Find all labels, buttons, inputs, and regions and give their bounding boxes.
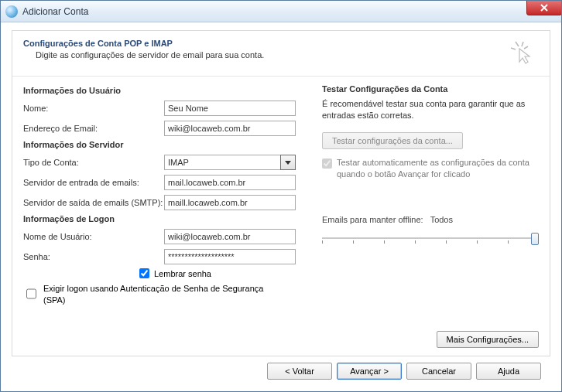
section-logon-info: Informações de Logon bbox=[23, 214, 303, 223]
svg-line-3 bbox=[524, 46, 528, 49]
outgoing-server-input[interactable] bbox=[164, 195, 296, 210]
label-incoming-server: Servidor de entrada de emails: bbox=[23, 178, 164, 187]
close-icon bbox=[540, 4, 548, 12]
remember-password-checkbox[interactable] bbox=[139, 268, 149, 278]
account-type-dropdown-button[interactable] bbox=[280, 155, 296, 170]
window-titlebar: Adicionar Conta bbox=[1, 1, 561, 22]
cancel-button[interactable]: Cancelar bbox=[406, 363, 471, 380]
spa-row: Exigir logon usando Autenticação de Senh… bbox=[23, 283, 303, 306]
page-subtitle: Digite as configurações de servidor de e… bbox=[36, 50, 509, 60]
label-password: Senha: bbox=[23, 252, 164, 261]
back-button[interactable]: < Voltar bbox=[267, 363, 332, 380]
auto-test-label: Testar automaticamente as configurações … bbox=[337, 157, 538, 180]
label-email: Endereço de Email: bbox=[23, 124, 164, 133]
spa-checkbox[interactable] bbox=[26, 284, 36, 304]
password-input[interactable] bbox=[164, 249, 296, 264]
name-input[interactable] bbox=[164, 101, 296, 116]
username-input[interactable] bbox=[164, 229, 296, 244]
page-title: Configurações de Conta POP e IMAP bbox=[23, 39, 509, 48]
spa-label: Exigir logon usando Autenticação de Senh… bbox=[43, 283, 276, 306]
label-outgoing-server: Servidor de saída de emails (SMTP): bbox=[23, 198, 164, 207]
test-settings-title: Testar Configurações da Conta bbox=[322, 84, 539, 94]
help-button[interactable]: Ajuda bbox=[476, 363, 541, 380]
window-title: Adicionar Conta bbox=[22, 6, 88, 17]
wizard-footer: < Voltar Avançar > Cancelar Ajuda bbox=[12, 356, 550, 380]
chevron-down-icon bbox=[285, 161, 291, 165]
section-server-info: Informações do Servidor bbox=[23, 140, 303, 149]
incoming-server-input[interactable] bbox=[164, 175, 296, 190]
svg-line-2 bbox=[511, 48, 516, 49]
offline-slider-value: Todos bbox=[430, 215, 453, 224]
cursor-icon bbox=[509, 40, 534, 65]
section-user-info: Informações do Usuário bbox=[23, 86, 303, 95]
slider-thumb[interactable] bbox=[531, 233, 539, 245]
slider-track bbox=[322, 237, 539, 239]
test-settings-text: É recomendável testar sua conta para gar… bbox=[322, 98, 539, 121]
offline-slider[interactable] bbox=[322, 230, 539, 246]
test-settings-button: Testar configurações da conta... bbox=[322, 132, 463, 149]
svg-line-1 bbox=[522, 42, 523, 46]
svg-line-0 bbox=[516, 42, 519, 46]
main-panel: Configurações de Conta POP e IMAP Digite… bbox=[12, 30, 550, 356]
label-account-type: Tipo de Conta: bbox=[23, 158, 164, 167]
remember-password-row: Lembrar senha bbox=[139, 268, 303, 278]
remember-password-label: Lembrar senha bbox=[154, 269, 211, 278]
offline-slider-label: Emails para manter offline: bbox=[322, 215, 423, 224]
auto-test-checkbox bbox=[322, 159, 332, 169]
next-button[interactable]: Avançar > bbox=[337, 363, 402, 380]
app-icon bbox=[5, 5, 18, 18]
account-type-select[interactable] bbox=[164, 155, 280, 170]
label-name: Nome: bbox=[23, 104, 164, 113]
label-username: Nome de Usuário: bbox=[23, 232, 164, 241]
close-button[interactable] bbox=[526, 0, 562, 15]
more-settings-button[interactable]: Mais Configurações... bbox=[437, 331, 539, 348]
email-input[interactable] bbox=[164, 121, 296, 136]
